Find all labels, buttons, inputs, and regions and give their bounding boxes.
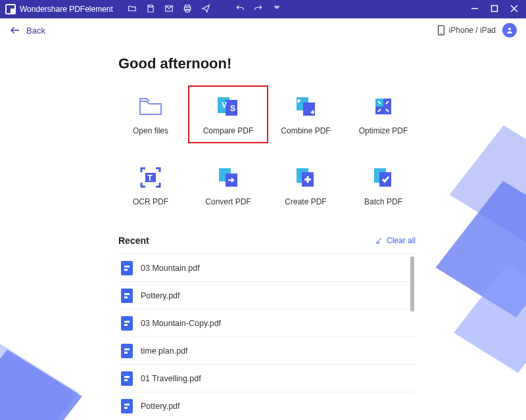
tile-label: Optimize PDF xyxy=(359,126,408,135)
svg-rect-39 xyxy=(124,376,130,378)
save-icon[interactable] xyxy=(146,4,155,15)
svg-rect-4 xyxy=(274,5,279,6)
tile-compare-pdf[interactable]: VS Compare PDF xyxy=(196,93,260,135)
tile-optimize-pdf[interactable]: Optimize PDF xyxy=(351,93,416,135)
combine-icon xyxy=(293,93,319,120)
broom-icon xyxy=(375,237,383,245)
svg-rect-36 xyxy=(124,324,128,326)
sub-toolbar: Back iPhone / iPad xyxy=(0,18,526,42)
optimize-icon xyxy=(370,93,396,120)
app-logo-icon xyxy=(5,4,16,14)
recent-item[interactable]: time plan.pdf xyxy=(118,337,416,364)
recent-file-name: 03 Mountain.pdf xyxy=(141,264,200,273)
close-button[interactable] xyxy=(510,5,518,14)
recent-item[interactable]: 03 Mountain.pdf xyxy=(118,254,416,281)
decorative-shape xyxy=(0,350,82,420)
tile-batch-pdf[interactable]: Batch PDF xyxy=(351,164,416,206)
mail-icon[interactable] xyxy=(164,4,174,15)
device-link[interactable]: iPhone / iPad xyxy=(437,25,496,35)
svg-rect-38 xyxy=(124,352,128,354)
recent-header: Recent Clear all xyxy=(118,235,416,246)
svg-rect-6 xyxy=(492,5,498,11)
customize-toolbar-icon[interactable] xyxy=(272,4,281,15)
redo-icon[interactable] xyxy=(254,4,263,15)
svg-rect-40 xyxy=(124,379,128,381)
recent-file-name: 01 Travelling.pdf xyxy=(141,374,201,383)
device-label: iPhone / iPad xyxy=(449,26,496,35)
app-title: Wondershare PDFelement xyxy=(20,5,113,14)
title-bar: Wondershare PDFelement xyxy=(0,0,526,18)
tile-label: Create PDF xyxy=(285,197,326,206)
back-label: Back xyxy=(26,26,45,35)
undo-icon[interactable] xyxy=(235,4,245,15)
pdf-file-icon xyxy=(121,371,133,386)
tile-label: OCR PDF xyxy=(133,197,168,206)
pdf-file-icon xyxy=(121,399,133,413)
recent-heading: Recent xyxy=(118,235,149,246)
greeting-heading: Good afternoon! xyxy=(118,55,416,72)
tile-combine-pdf[interactable]: Combine PDF xyxy=(274,93,338,135)
svg-rect-34 xyxy=(124,296,128,298)
create-icon xyxy=(293,164,319,191)
folder-open-icon xyxy=(137,93,164,120)
recent-file-name: Pottery.pdf xyxy=(141,402,180,411)
window-controls xyxy=(471,5,522,14)
tile-create-pdf[interactable]: Create PDF xyxy=(274,164,338,206)
svg-rect-41 xyxy=(124,404,130,406)
recent-file-name: Pottery.pdf xyxy=(141,291,180,300)
scrollbar-thumb[interactable] xyxy=(410,256,414,312)
open-folder-icon[interactable] xyxy=(128,4,137,15)
pdf-file-icon xyxy=(121,344,133,358)
recent-item[interactable]: 01 Travelling.pdf xyxy=(118,364,416,392)
minimize-button[interactable] xyxy=(471,5,479,14)
pdf-file-icon xyxy=(121,261,133,275)
tile-open-files[interactable]: Open files xyxy=(118,93,183,135)
svg-rect-37 xyxy=(124,348,130,350)
maximize-button[interactable] xyxy=(490,5,498,14)
svg-point-12 xyxy=(508,28,511,30)
recent-file-name: 03 Mountain-Copy.pdf xyxy=(141,319,221,328)
home-content: Good afternoon! Open files VS Compare PD… xyxy=(0,42,526,420)
convert-icon xyxy=(215,164,241,191)
clear-all-button[interactable]: Clear all xyxy=(375,236,416,245)
tile-label: Compare PDF xyxy=(203,126,254,135)
clear-all-label: Clear all xyxy=(387,236,416,245)
svg-text:V: V xyxy=(222,101,227,110)
back-button[interactable]: Back xyxy=(9,24,45,36)
svg-rect-35 xyxy=(124,321,130,323)
tile-label: Combine PDF xyxy=(281,126,330,135)
tile-label: Open files xyxy=(133,126,168,135)
print-icon[interactable] xyxy=(183,4,192,15)
send-icon[interactable] xyxy=(201,4,210,15)
recent-item[interactable]: Pottery.pdf xyxy=(118,392,416,419)
recent-list: 03 Mountain.pdf Pottery.pdf 03 Mountain-… xyxy=(118,254,416,419)
svg-text:T: T xyxy=(147,173,153,183)
tile-ocr-pdf[interactable]: T OCR PDF xyxy=(118,164,183,206)
compare-icon: VS xyxy=(215,93,241,120)
recent-item[interactable]: 03 Mountain-Copy.pdf xyxy=(118,309,416,337)
svg-rect-32 xyxy=(124,269,128,271)
tile-label: Batch PDF xyxy=(364,197,402,206)
tile-label: Convert PDF xyxy=(205,197,251,206)
recent-file-name: time plan.pdf xyxy=(141,346,188,356)
title-quick-actions xyxy=(128,4,281,15)
svg-text:S: S xyxy=(230,104,235,113)
svg-rect-42 xyxy=(124,407,128,409)
svg-rect-18 xyxy=(303,103,315,116)
user-avatar[interactable] xyxy=(502,23,517,37)
action-tiles: Open files VS Compare PDF Combine PDF xyxy=(118,93,416,206)
recent-item[interactable]: Pottery.pdf xyxy=(118,281,416,309)
svg-rect-31 xyxy=(124,266,130,268)
pdf-file-icon xyxy=(121,289,133,303)
batch-icon xyxy=(370,164,396,191)
ocr-icon: T xyxy=(137,164,164,191)
tile-convert-pdf[interactable]: Convert PDF xyxy=(196,164,260,206)
pdf-file-icon xyxy=(121,316,133,331)
svg-rect-33 xyxy=(124,293,130,295)
